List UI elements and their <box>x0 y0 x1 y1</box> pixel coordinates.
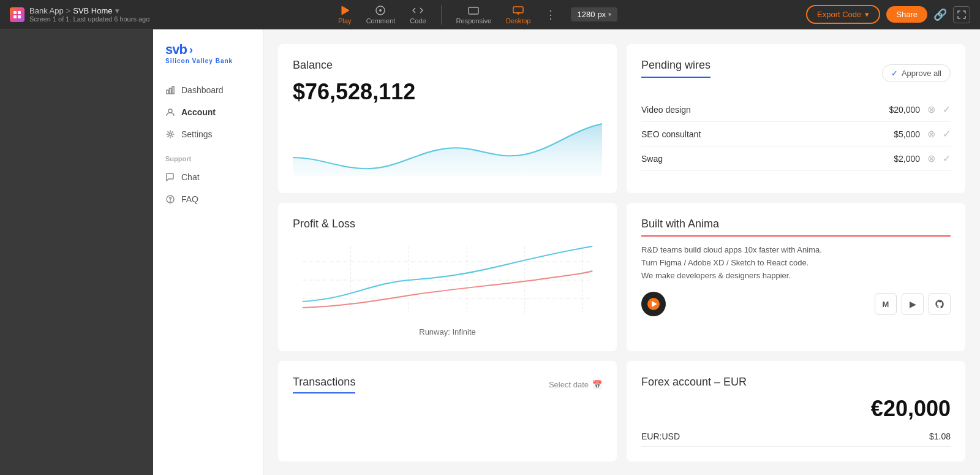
play-button[interactable]: Play <box>338 5 351 25</box>
forex-title: Forex account – EUR <box>641 376 951 389</box>
balance-chart <box>293 115 602 176</box>
anima-logo <box>641 292 666 316</box>
wire-row-2: Swag $2,000 ⊗ ✓ <box>641 146 951 171</box>
wire-actions-0: $20,000 ⊗ ✓ <box>889 104 951 115</box>
wire-approve-0[interactable]: ✓ <box>943 104 951 115</box>
anima-links-row: M ▶ <box>641 292 951 316</box>
forex-amount: €20,000 <box>641 396 951 422</box>
svg-marker-4 <box>342 6 349 15</box>
forex-rate-label: EUR:USD <box>641 431 680 441</box>
topbar-title-block: Bank App > SVB Home ▾ Screen 1 of 1. Las… <box>29 6 149 23</box>
wire-amount-0: $20,000 <box>889 105 920 115</box>
forex-card: Forex account – EUR €20,000 EUR:USD $1.0… <box>627 361 965 462</box>
wire-name-0: Video design <box>641 105 691 115</box>
transactions-title: Transactions <box>293 376 355 393</box>
sidebar-item-settings[interactable]: Settings <box>153 123 263 145</box>
wire-reject-1[interactable]: ⊗ <box>927 128 935 140</box>
logo-sub: Silicon Valley Bank <box>165 58 233 64</box>
code-button[interactable]: Code <box>410 5 426 25</box>
account-label: Account <box>181 107 216 117</box>
anima-card: Built with Anima R&D teams build cloud a… <box>627 203 965 351</box>
share-button[interactable]: Share <box>886 6 927 23</box>
sidebar-item-chat[interactable]: Chat <box>153 166 263 188</box>
topbar-left: Bank App > SVB Home ▾ Screen 1 of 1. Las… <box>10 6 149 23</box>
breadcrumb-sep: > <box>66 6 71 15</box>
svg-rect-1 <box>18 11 21 14</box>
user-icon <box>165 107 175 117</box>
svg-point-14 <box>168 109 172 113</box>
wire-actions-1: $5,000 ⊗ ✓ <box>894 128 951 140</box>
breadcrumb: Bank App > SVB Home ▾ <box>29 6 149 15</box>
wire-name-2: Swag <box>641 154 663 164</box>
logo-text: svb <box>165 42 187 58</box>
transactions-header: Transactions Select date 📅 <box>293 376 602 393</box>
px-selector[interactable]: 1280 px ▾ <box>571 7 617 21</box>
balance-title: Balance <box>293 59 602 72</box>
svg-point-17 <box>170 201 171 202</box>
pending-wires-title: Pending wires <box>641 59 710 78</box>
sidebar-item-dashboard[interactable]: Dashboard <box>153 79 263 101</box>
transactions-card: Transactions Select date 📅 <box>278 361 617 462</box>
anima-title-container: Built with Anima <box>641 218 951 237</box>
main-layout: svb › Silicon Valley Bank Dashboard Acco… <box>0 29 980 475</box>
screen-name: SVB Home <box>73 6 112 15</box>
chat-icon <box>165 172 175 182</box>
sidebar-item-faq[interactable]: FAQ <box>153 188 263 210</box>
logo-chevron: › <box>189 44 193 56</box>
export-dropdown-icon: ▾ <box>865 10 869 19</box>
desktop-button[interactable]: Desktop <box>506 5 530 25</box>
dropdown-arrow[interactable]: ▾ <box>115 6 119 15</box>
wire-approve-1[interactable]: ✓ <box>943 128 951 140</box>
github-link-button[interactable] <box>929 293 951 315</box>
more-options-button[interactable]: ⋮ <box>545 8 556 21</box>
wire-amount-2: $2,000 <box>894 154 920 164</box>
app-name: Bank App <box>29 6 64 15</box>
wire-approve-2[interactable]: ✓ <box>943 153 951 164</box>
responsive-button[interactable]: Responsive <box>456 5 491 25</box>
svg-rect-3 <box>18 15 21 18</box>
anima-description: R&D teams build cloud apps 10x faster wi… <box>641 244 951 282</box>
svg-rect-11 <box>167 90 168 94</box>
check-icon: ✓ <box>891 69 898 78</box>
app-sidebar: svb › Silicon Valley Bank Dashboard Acco… <box>153 29 263 475</box>
app-icon <box>10 7 24 22</box>
svg-rect-12 <box>170 88 172 94</box>
balance-amount: $76,528,112 <box>293 79 602 105</box>
approve-all-button[interactable]: ✓ Approve all <box>882 64 951 82</box>
forex-rate-value: $1.08 <box>929 431 951 441</box>
wire-amount-1: $5,000 <box>894 129 920 139</box>
outer-sidebar <box>0 29 153 475</box>
wire-reject-0[interactable]: ⊗ <box>927 104 935 115</box>
dashboard-label: Dashboard <box>181 85 224 95</box>
support-section-label: Support <box>153 145 263 166</box>
forex-rate-row: EUR:USD $1.08 <box>641 427 951 447</box>
wire-row-0: Video design $20,000 ⊗ ✓ <box>641 97 951 122</box>
expand-icon[interactable] <box>953 6 970 23</box>
pending-wires-card: Pending wires ✓ Approve all Video design… <box>627 44 965 193</box>
svg-rect-7 <box>469 7 478 14</box>
device-buttons: Responsive Desktop <box>456 5 531 25</box>
anima-external-links: M ▶ <box>875 293 951 315</box>
youtube-link-button[interactable]: ▶ <box>902 293 924 315</box>
runway-label: Runway: Infinite <box>293 327 602 336</box>
topbar-right: Export Code ▾ Share 🔗 <box>806 5 970 24</box>
wire-reject-2[interactable]: ⊗ <box>927 153 935 164</box>
app-content: Balance $76,528,112 Pending wires <box>263 29 980 475</box>
date-select[interactable]: Select date 📅 <box>549 380 602 389</box>
topbar: Bank App > SVB Home ▾ Screen 1 of 1. Las… <box>0 0 980 29</box>
topbar-divider <box>441 5 442 25</box>
topbar-subtitle: Screen 1 of 1. Last updated 6 hours ago <box>29 15 149 23</box>
px-dropdown-icon: ▾ <box>608 11 611 18</box>
date-placeholder: Select date <box>549 380 589 389</box>
wire-row-1: SEO consultant $5,000 ⊗ ✓ <box>641 122 951 146</box>
balance-card: Balance $76,528,112 <box>278 44 617 193</box>
export-code-button[interactable]: Export Code ▾ <box>806 5 880 24</box>
profit-loss-chart <box>293 240 602 320</box>
sidebar-item-account[interactable]: Account <box>153 101 263 123</box>
medium-link-button[interactable]: M <box>875 293 897 315</box>
svg-rect-0 <box>13 11 17 14</box>
comment-button[interactable]: Comment <box>366 5 396 25</box>
settings-label: Settings <box>181 129 213 139</box>
link-icon[interactable]: 🔗 <box>933 8 947 21</box>
wire-actions-2: $2,000 ⊗ ✓ <box>894 153 951 164</box>
